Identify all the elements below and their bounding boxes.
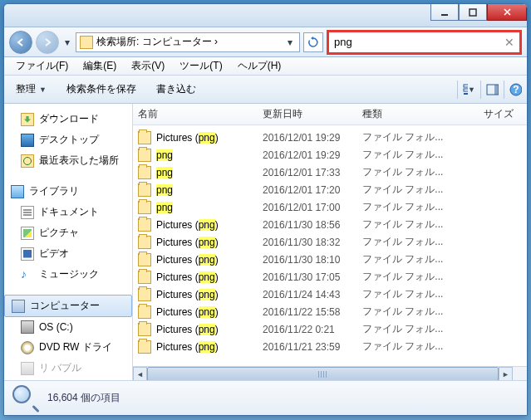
file-name: png — [156, 149, 263, 161]
computer-icon — [12, 300, 25, 313]
address-bar[interactable]: 検索場所: コンピューター › ▾ — [76, 32, 300, 52]
folder-icon — [138, 236, 151, 249]
history-dropdown-icon[interactable]: ▾ — [62, 34, 72, 51]
sidebar-group-libraries[interactable]: ライブラリ — [4, 181, 132, 202]
column-header-date[interactable]: 更新日時 — [263, 107, 362, 121]
sidebar-item-music[interactable]: ♪ミュージック — [4, 264, 132, 285]
file-name: Pictures (png) — [156, 289, 263, 300]
file-type: ファイル フォル... — [362, 235, 454, 249]
file-name: png — [156, 167, 263, 178]
folder-icon — [80, 36, 93, 49]
sidebar-item-desktop[interactable]: デスクトップ — [4, 129, 132, 150]
file-type: ファイル フォル... — [362, 339, 454, 354]
file-type: ファイル フォル... — [362, 322, 454, 336]
file-name: Pictures (png) — [156, 324, 263, 335]
sidebar-item-removable[interactable]: リ バブル — [4, 358, 132, 378]
maximize-button[interactable] — [459, 4, 487, 21]
file-name: Pictures (png) — [156, 254, 263, 266]
menu-file[interactable]: ファイル(F) — [9, 57, 75, 75]
file-type: ファイル フォル... — [362, 130, 454, 144]
refresh-button[interactable] — [303, 32, 323, 52]
file-name: Pictures (png) — [156, 132, 263, 144]
sidebar-item-videos[interactable]: ビデオ — [4, 243, 132, 264]
file-row[interactable]: Pictures (png)2016/11/30 18:32ファイル フォル..… — [133, 233, 527, 251]
organize-button[interactable]: 整理▼ — [9, 79, 53, 100]
horizontal-scrollbar[interactable]: ◄ ► — [133, 366, 527, 380]
search-box[interactable]: ✕ — [327, 30, 522, 55]
file-row[interactable]: Pictures (png)2016/12/01 19:29ファイル フォル..… — [133, 129, 527, 146]
forward-button[interactable] — [36, 31, 59, 54]
file-type: ファイル フォル... — [362, 252, 454, 266]
menu-view[interactable]: 表示(V) — [125, 57, 171, 75]
sidebar-group-computer[interactable]: コンピューター — [4, 295, 132, 317]
file-type: ファイル フォル... — [362, 200, 454, 214]
scroll-left-button[interactable]: ◄ — [133, 367, 147, 380]
file-name: png — [156, 184, 263, 196]
help-button[interactable]: ? — [504, 81, 522, 99]
file-type: ファイル フォル... — [362, 148, 454, 162]
preview-pane-button[interactable] — [480, 81, 499, 99]
toolbar: 整理▼ 検索条件を保存 書き込む ▼ ? — [4, 76, 527, 104]
music-icon: ♪ — [21, 268, 34, 281]
column-header-size[interactable]: サイズ — [454, 107, 522, 121]
file-name: Pictures (png) — [156, 219, 263, 231]
scroll-thumb[interactable] — [147, 367, 499, 380]
sidebar-item-downloads[interactable]: ダウンロード — [4, 109, 132, 129]
status-bar: 16,604 個の項目 — [4, 380, 527, 415]
column-header-name[interactable]: 名前 — [138, 107, 263, 121]
file-row[interactable]: Pictures (png)2016/11/21 23:59ファイル フォル..… — [133, 338, 527, 355]
document-icon — [21, 206, 34, 219]
file-row[interactable]: png2016/12/01 19:29ファイル フォル... — [133, 146, 527, 164]
column-header-type[interactable]: 種類 — [362, 107, 454, 121]
folder-icon — [138, 149, 151, 162]
sidebar-item-dvd[interactable]: DVD RW ドライ — [4, 337, 132, 358]
back-button[interactable] — [9, 31, 32, 54]
address-text: 検索場所: コンピューター › — [96, 35, 284, 49]
file-row[interactable]: Pictures (png)2016/11/24 14:43ファイル フォル..… — [133, 286, 527, 303]
file-row[interactable]: Pictures (png)2016/11/22 15:58ファイル フォル..… — [133, 303, 527, 320]
svg-text:?: ? — [513, 84, 519, 95]
file-row[interactable]: png2016/12/01 17:20ファイル フォル... — [133, 181, 527, 198]
file-type: ファイル フォル... — [362, 270, 454, 284]
burn-button[interactable]: 書き込む — [150, 79, 203, 100]
menu-edit[interactable]: 編集(E) — [76, 57, 123, 75]
file-row[interactable]: Pictures (png)2016/11/30 18:56ファイル フォル..… — [133, 216, 527, 233]
file-list[interactable]: Pictures (png)2016/12/01 19:29ファイル フォル..… — [133, 125, 527, 366]
minimize-button[interactable] — [430, 4, 459, 21]
desktop-icon — [21, 134, 34, 147]
recent-icon — [21, 154, 34, 168]
library-icon — [11, 185, 24, 198]
sidebar-item-documents[interactable]: ドキュメント — [4, 202, 132, 222]
file-type: ファイル フォル... — [362, 165, 454, 179]
close-button[interactable] — [487, 4, 527, 21]
file-row[interactable]: png2016/12/01 17:33ファイル フォル... — [133, 164, 527, 181]
svg-rect-0 — [441, 14, 448, 16]
folder-icon — [138, 288, 151, 301]
folder-icon — [138, 253, 151, 266]
clear-search-icon[interactable]: ✕ — [504, 36, 514, 49]
download-icon — [21, 113, 34, 126]
chevron-down-icon: ▼ — [39, 85, 47, 94]
menu-tools[interactable]: ツール(T) — [173, 57, 229, 75]
window-buttons — [430, 4, 527, 21]
search-input[interactable] — [334, 36, 504, 48]
chevron-down-icon: ▼ — [468, 85, 475, 94]
folder-icon — [138, 271, 151, 284]
file-row[interactable]: Pictures (png)2016/11/30 17:05ファイル フォル..… — [133, 268, 527, 286]
folder-icon — [138, 218, 151, 232]
folder-icon — [138, 305, 151, 319]
address-dropdown-icon[interactable]: ▾ — [284, 37, 296, 48]
file-row[interactable]: Pictures (png)2016/11/22 0:21ファイル フォル... — [133, 320, 527, 338]
folder-icon — [138, 166, 151, 179]
view-mode-button[interactable]: ▼ — [457, 81, 475, 99]
menu-help[interactable]: ヘルプ(H) — [231, 57, 288, 75]
sidebar-item-osc[interactable]: OS (C:) — [4, 317, 132, 337]
file-date: 2016/12/01 17:20 — [263, 184, 362, 196]
scroll-right-button[interactable]: ► — [499, 367, 513, 380]
navigation-pane[interactable]: ダウンロード デスクトップ 最近表示した場所 ライブラリ ドキュメント ピクチャ… — [4, 104, 133, 380]
file-row[interactable]: png2016/12/01 17:00ファイル フォル... — [133, 198, 527, 216]
sidebar-item-pictures[interactable]: ピクチャ — [4, 222, 132, 243]
sidebar-item-recent[interactable]: 最近表示した場所 — [4, 150, 132, 171]
file-row[interactable]: Pictures (png)2016/11/30 18:10ファイル フォル..… — [133, 251, 527, 268]
save-search-button[interactable]: 検索条件を保存 — [60, 79, 143, 100]
